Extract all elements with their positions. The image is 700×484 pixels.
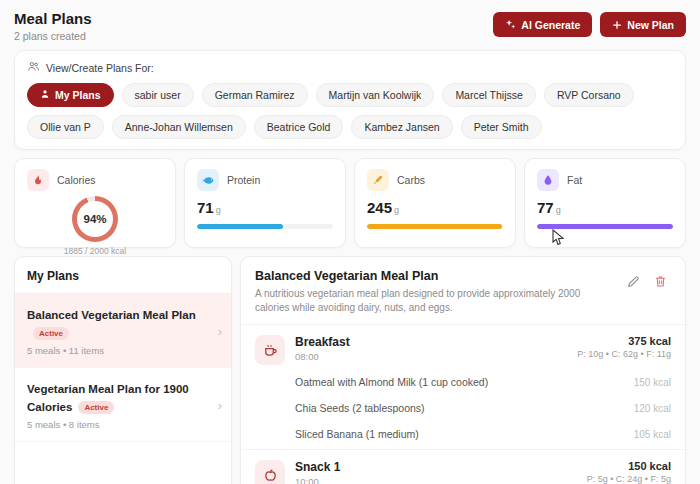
delete-plan-button[interactable] xyxy=(654,275,667,288)
pill-user[interactable]: Anne-Johan Willemsen xyxy=(112,115,246,139)
chevron-right-icon: › xyxy=(218,323,222,338)
carbs-card: Carbs 245g xyxy=(354,158,516,248)
meal-kcal: 375 kcal xyxy=(577,335,671,347)
user-pills: My Plans sabir user German Ramirez Marti… xyxy=(27,83,673,139)
calories-detail: 1885 / 2000 kcal xyxy=(64,246,126,256)
pill-user[interactable]: Beatrice Gold xyxy=(254,115,344,139)
plan-detail-panel: Balanced Vegetarian Meal Plan A nutritio… xyxy=(240,256,686,484)
meal-time: 10:00 xyxy=(295,476,587,484)
pill-label: Kambez Jansen xyxy=(364,121,439,133)
ai-generate-label: AI Generate xyxy=(521,19,580,31)
food-kcal: 150 kcal xyxy=(634,377,671,388)
food-row[interactable]: Sliced Banana (1 medium) 105 kcal xyxy=(295,421,671,447)
wheat-icon xyxy=(367,169,389,191)
fat-card: Fat 77g xyxy=(524,158,686,248)
active-badge: Active xyxy=(33,327,69,340)
edit-plan-button[interactable] xyxy=(627,275,640,288)
carbs-unit: g xyxy=(394,205,399,215)
users-icon xyxy=(27,60,40,75)
fish-icon xyxy=(197,169,219,191)
protein-bar-fill xyxy=(197,224,283,229)
apple-icon xyxy=(255,460,285,484)
new-plan-label: New Plan xyxy=(627,19,674,31)
food-name: Sliced Banana (1 medium) xyxy=(295,428,419,440)
plan-meta: 5 meals • 11 items xyxy=(27,345,207,356)
plan-list-item-balanced[interactable]: Balanced Vegetarian Meal PlanActive 5 me… xyxy=(15,294,231,368)
food-kcal: 120 kcal xyxy=(634,403,671,414)
fat-bar-track xyxy=(537,224,673,229)
fat-bar-fill xyxy=(537,224,673,229)
pill-user[interactable]: sabir user xyxy=(122,83,194,107)
pill-label: RVP Corsano xyxy=(557,89,621,101)
plan-meta: 5 meals • 8 items xyxy=(27,419,207,430)
plan-detail-title: Balanced Vegetarian Meal Plan xyxy=(255,269,615,283)
pill-user[interactable]: Kambez Jansen xyxy=(351,115,452,139)
pill-user[interactable]: Martijn van Koolwijk xyxy=(316,83,435,107)
trash-icon xyxy=(654,275,667,288)
pill-user[interactable]: German Ramirez xyxy=(202,83,308,107)
plans-for-card: View/Create Plans For: My Plans sabir us… xyxy=(14,50,686,150)
food-row[interactable]: Chia Seeds (2 tablespoons) 120 kcal xyxy=(295,395,671,421)
page-title: Meal Plans xyxy=(14,10,92,27)
pill-label: Beatrice Gold xyxy=(267,121,331,133)
active-badge: Active xyxy=(78,401,114,414)
pill-user[interactable]: Ollie van P xyxy=(27,115,104,139)
meal-kcal: 150 kcal xyxy=(587,460,671,472)
meal-name: Snack 1 xyxy=(295,460,587,474)
my-plans-title: My Plans xyxy=(15,257,231,294)
page-subtitle: 2 plans created xyxy=(14,30,92,42)
calories-ring: 94% xyxy=(72,196,118,242)
pill-user[interactable]: Marcel Thijsse xyxy=(442,83,536,107)
pill-label: My Plans xyxy=(55,89,101,101)
my-plans-panel: My Plans Balanced Vegetarian Meal PlanAc… xyxy=(14,256,232,484)
protein-unit: g xyxy=(216,205,221,215)
food-kcal: 105 kcal xyxy=(634,429,671,440)
plan-detail-description: A nutritious vegetarian meal plan design… xyxy=(255,287,615,314)
pill-user[interactable]: RVP Corsano xyxy=(544,83,634,107)
pill-label: sabir user xyxy=(135,89,181,101)
ai-generate-button[interactable]: AI Generate xyxy=(493,12,592,37)
new-plan-button[interactable]: New Plan xyxy=(600,12,686,37)
meal-section-snack1: Snack 1 10:00 150 kcal P: 5g • C: 24g • … xyxy=(241,450,685,484)
food-name: Oatmeal with Almond Milk (1 cup cooked) xyxy=(295,376,488,388)
pencil-icon xyxy=(627,275,640,288)
plan-list-item-1900[interactable]: Vegetarian Meal Plan for 1900 CaloriesAc… xyxy=(15,368,231,442)
pill-label: Ollie van P xyxy=(40,121,91,133)
pill-label: German Ramirez xyxy=(215,89,295,101)
fat-unit: g xyxy=(556,205,561,215)
meal-section-breakfast: Breakfast 08:00 375 kcal P: 10g • C: 62g… xyxy=(241,325,685,450)
meal-time: 08:00 xyxy=(295,351,577,362)
carbs-label: Carbs xyxy=(397,174,425,186)
pill-label: Martijn van Koolwijk xyxy=(329,89,422,101)
calories-label: Calories xyxy=(57,174,96,186)
food-row[interactable]: Oatmeal with Almond Milk (1 cup cooked) … xyxy=(295,369,671,395)
plans-for-label: View/Create Plans For: xyxy=(46,62,154,74)
page-header: Meal Plans 2 plans created AI Generate N… xyxy=(14,10,686,42)
pill-label: Anne-Johan Willemsen xyxy=(125,121,233,133)
protein-card: Protein 71g xyxy=(184,158,346,248)
carbs-value: 245 xyxy=(367,199,392,216)
protein-bar-track xyxy=(197,224,333,229)
calories-card: Calories 94% 1885 / 2000 kcal xyxy=(14,158,176,248)
calories-percent: 94% xyxy=(77,201,113,237)
person-icon xyxy=(40,89,50,101)
food-name: Chia Seeds (2 tablespoons) xyxy=(295,402,425,414)
pill-user[interactable]: Peter Smith xyxy=(461,115,542,139)
sparkles-icon xyxy=(505,19,516,30)
droplet-icon xyxy=(537,169,559,191)
protein-label: Protein xyxy=(227,174,260,186)
protein-value: 71 xyxy=(197,199,214,216)
meal-name: Breakfast xyxy=(295,335,577,349)
meal-macros: P: 5g • C: 24g • F: 5g xyxy=(587,474,671,484)
plan-name: Balanced Vegetarian Meal Plan xyxy=(27,309,196,321)
pill-label: Marcel Thijsse xyxy=(455,89,523,101)
coffee-cup-icon xyxy=(255,335,285,365)
carbs-bar-fill xyxy=(367,224,502,229)
chevron-right-icon: › xyxy=(218,397,222,412)
pill-my-plans[interactable]: My Plans xyxy=(27,83,114,107)
meal-macros: P: 10g • C: 62g • F: 11g xyxy=(577,349,671,359)
macro-stats-row: Calories 94% 1885 / 2000 kcal Protein 71… xyxy=(14,158,686,248)
plus-icon xyxy=(612,20,622,30)
fat-value: 77 xyxy=(537,199,554,216)
carbs-bar-track xyxy=(367,224,503,229)
